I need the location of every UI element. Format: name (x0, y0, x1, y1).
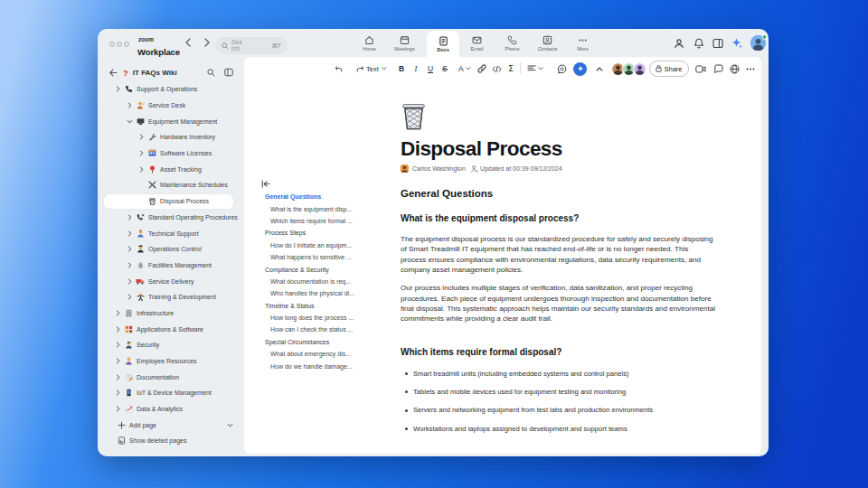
sidebar-item-employee-resources[interactable]: Employee Resources (98, 353, 244, 370)
search-input[interactable]: Search ⌘F (215, 37, 288, 54)
toc-which-items-require-formal[interactable]: Which items require formal ... (244, 215, 401, 227)
tab-email[interactable]: Email (459, 29, 495, 57)
toc-compliance-and-security[interactable]: Compliance & Security (244, 263, 401, 275)
toc-how-long-does-the-process[interactable]: How long does the process ... (244, 312, 401, 324)
maximize-window-button[interactable] (124, 42, 129, 47)
sidebar-item-operations-control[interactable]: Operations Control (98, 241, 244, 258)
bold-button[interactable]: B (394, 61, 409, 77)
code-icon[interactable] (489, 61, 504, 77)
undo-icon[interactable] (331, 61, 345, 77)
chevron-right-icon[interactable] (114, 389, 121, 397)
sidebar-item-service-delivery[interactable]: Service Delivery (98, 273, 244, 289)
toc-process-steps[interactable]: Process Steps (244, 227, 401, 239)
chevron-right-icon[interactable] (114, 342, 121, 349)
video-icon[interactable] (693, 61, 708, 77)
sidebar-item-applications-and-software[interactable]: Applications & Software (98, 321, 244, 337)
sidebar-item-security[interactable]: Security (98, 337, 244, 353)
toc-who-handles-the-physical-di[interactable]: Who handles the physical di... (244, 287, 401, 299)
chevron-right-icon[interactable] (126, 294, 133, 301)
globe-icon[interactable] (727, 61, 741, 77)
share-button[interactable]: Share (649, 61, 689, 77)
redo-icon[interactable] (353, 61, 367, 77)
toc-special-circumstances[interactable]: Special Circumstances (244, 336, 401, 348)
sidebar-item-hardware-inventory[interactable]: Hardware Inventory (98, 129, 244, 145)
chevron-right-icon[interactable] (126, 213, 133, 221)
toc-what-documentation-is-req[interactable]: What documentation is req... (244, 276, 401, 287)
minimize-window-button[interactable] (117, 42, 122, 47)
sidebar-item-support-and-operations[interactable]: Support & Operations (98, 81, 244, 98)
underline-button[interactable]: U (423, 61, 438, 77)
sidebar-back-icon[interactable] (109, 69, 118, 77)
sidebar-item-maintenance-schedules[interactable]: Maintenance Schedules (98, 177, 244, 193)
sidebar-item-show-deleted-pages[interactable]: Show deleted pages (98, 433, 244, 449)
tab-docs[interactable]: Docs (427, 31, 459, 57)
chevron-right-icon[interactable] (114, 309, 121, 316)
toc-how-do-we-handle-damage[interactable]: How do we handle damage... (244, 360, 401, 371)
profile-icon[interactable] (673, 37, 685, 50)
sidebar-item-technical-support[interactable]: Technical Support (98, 225, 244, 241)
chevron-right-icon[interactable] (137, 150, 145, 157)
notifications-bell-icon[interactable] (693, 37, 705, 50)
sidebar-item-add-page[interactable]: Add page (98, 417, 244, 433)
forward-arrow-icon[interactable] (202, 36, 212, 49)
user-avatar[interactable] (750, 35, 766, 51)
sidebar-collapse-icon[interactable] (224, 68, 233, 77)
chevron-right-icon[interactable] (114, 325, 121, 333)
tab-more[interactable]: More (565, 29, 600, 57)
chevron-right-icon[interactable] (126, 277, 133, 285)
chevron-right-icon[interactable] (126, 102, 133, 109)
chevron-right-icon[interactable] (114, 86, 121, 93)
tab-contacts[interactable]: Contacts (530, 29, 565, 57)
tab-home[interactable]: Home (352, 29, 387, 57)
more-options-icon[interactable] (743, 61, 758, 77)
sidebar-search-icon[interactable] (207, 69, 215, 77)
ai-compose-button[interactable] (573, 61, 587, 77)
toc-general-questions[interactable]: General Questions (244, 191, 401, 202)
collapse-toolbar-icon[interactable] (592, 61, 607, 77)
tab-meetings[interactable]: Meetings (387, 29, 422, 57)
text-color-dropdown[interactable]: A (458, 61, 471, 77)
sidebar-item-equipment-management[interactable]: Equipment Management (98, 113, 244, 129)
comment-icon[interactable] (554, 61, 569, 77)
toc-what-happens-to-sensitive[interactable]: What happens to sensitive ... (244, 251, 401, 263)
formula-icon[interactable]: Σ (504, 61, 518, 77)
collaborator-avatars[interactable] (611, 61, 646, 77)
chevron-right-icon[interactable] (126, 246, 133, 253)
sidebar-item-asset-tracking[interactable]: Asset Tracking (98, 161, 244, 177)
link-icon[interactable] (475, 61, 489, 77)
chevron-right-icon[interactable] (137, 165, 145, 173)
chevron-right-icon[interactable] (126, 261, 133, 268)
close-window-button[interactable] (109, 42, 115, 47)
text-style-dropdown[interactable]: Text (366, 61, 387, 77)
chevron-right-icon[interactable] (137, 134, 145, 141)
strikethrough-button[interactable]: S (438, 61, 452, 77)
window-controls[interactable] (109, 42, 129, 47)
toc-what-about-emergency-dis[interactable]: What about emergency dis... (244, 348, 401, 360)
toc-how-do-i-initiate-an-equipm[interactable]: How do I initiate an equipm... (244, 239, 401, 251)
toc-what-is-the-equipment-disp[interactable]: What is the equipment disp... (244, 202, 401, 214)
sidebar-item-iot-and-device-management[interactable]: IoT & Device Management (98, 385, 244, 401)
sidebar-item-disposal-process[interactable]: Disposal Process (98, 193, 244, 210)
chevron-down-icon[interactable] (126, 117, 133, 125)
toc-how-can-i-check-the-status[interactable]: How can I check the status ... (244, 324, 401, 335)
alignment-dropdown[interactable] (527, 61, 543, 77)
back-arrow-icon[interactable] (183, 36, 193, 49)
chat-icon[interactable] (711, 61, 725, 77)
ai-companion-icon[interactable] (731, 37, 744, 50)
sidebar-item-training-and-development[interactable]: Training & Development (98, 289, 244, 305)
chevron-right-icon[interactable] (114, 406, 121, 413)
side-panel-icon[interactable] (712, 37, 724, 50)
sidebar-item-service-desk[interactable]: Service Desk (98, 98, 244, 114)
sidebar-item-standard-operating-procedures[interactable]: Standard Operating Procedures (98, 210, 244, 226)
chevron-right-icon[interactable] (114, 373, 121, 380)
sidebar-item-documentation[interactable]: Documentation (98, 369, 244, 385)
chevron-right-icon[interactable] (114, 358, 121, 365)
sidebar-item-data-and-analytics[interactable]: Data & Analytics (98, 401, 244, 418)
toc-collapse-icon[interactable] (261, 180, 270, 189)
tab-phone[interactable]: Phone (495, 29, 530, 57)
sidebar-item-facilities-management[interactable]: Facilities Management (98, 258, 244, 274)
toc-timeline-and-status[interactable]: Timeline & Status (244, 300, 401, 312)
sidebar-item-software-licenses[interactable]: Software Licenses (98, 145, 244, 162)
chevron-down-icon[interactable] (227, 422, 233, 428)
italic-button[interactable]: I (409, 61, 423, 77)
